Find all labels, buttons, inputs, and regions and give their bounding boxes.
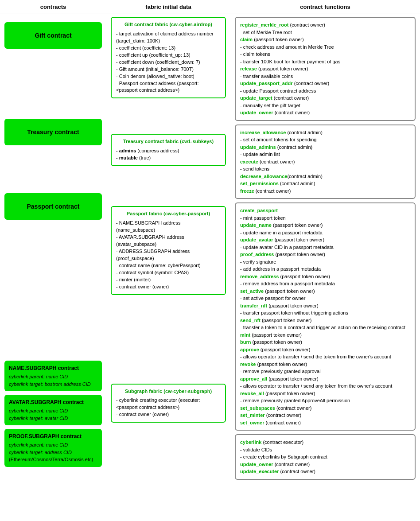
subgraph-fabric-box: Subgraph fabric (cw-cyber-subgraph) - cy… bbox=[111, 384, 226, 423]
treasury-fabric-item-2: - mutable (true) bbox=[116, 155, 221, 162]
treasury-fabric-item-1: - admins (congress address) bbox=[116, 148, 221, 155]
gift-fn-4-desc: - update Passport contract address bbox=[240, 87, 410, 95]
passport-fn-12-desc: - remove previously granted approval bbox=[240, 368, 410, 375]
name-subgraph-title: NAME.SUBGRAPH contract bbox=[9, 364, 97, 372]
proof-subgraph-title: PROOF.SUBGRAPH contract bbox=[9, 432, 97, 440]
passport-fn-12: revoke (passport token owner) bbox=[240, 361, 410, 368]
treasury-fabric-box: Treasury contract fabric (cw1-subkeys) -… bbox=[111, 134, 226, 166]
passport-fn-7-desc: - transfer passport token without trigge… bbox=[240, 309, 410, 317]
page-header: contracts fabric initial data contract f… bbox=[0, 0, 420, 13]
passport-fn-1-desc: - mint passport token bbox=[240, 214, 410, 222]
gift-fabric-item-2: - coefficient (coefficient: 13) bbox=[116, 45, 221, 52]
subgraph-fabric-item-1: - cyberlink creating executor (executer:… bbox=[116, 397, 221, 411]
subgraph-fn-1-desc2: - create cyberlinks by Subgraph contract bbox=[240, 453, 410, 461]
gift-fn-2-desc3: - transfer 100K boot for further payment… bbox=[240, 58, 410, 66]
col-header-functions: contract functions bbox=[230, 4, 420, 10]
functions-column: register_merkle_root (contract owner) - … bbox=[230, 13, 420, 487]
subgraph-spacer bbox=[4, 223, 102, 361]
avatar-subgraph-title: AVATAR.SUBGRAPH contract bbox=[9, 398, 97, 406]
treasury-fn-1: increase_allowance (contract admin) bbox=[240, 129, 410, 136]
passport-fabric-item-2: - AVATAR.SUBGRAPH address (avatar_subspa… bbox=[116, 234, 221, 248]
passport-fabric-item-5: - contract symbol (symbol: CPAS) bbox=[116, 269, 221, 276]
avatar-subgraph-parent: cyberlink parent: name CID bbox=[9, 407, 97, 415]
passport-contract-label: Passport contract bbox=[27, 203, 79, 210]
passport-fn-14-desc: - remove previously granted ApproveAll p… bbox=[240, 397, 410, 404]
passport-fn-6: set_active (passport token owner) bbox=[240, 288, 410, 295]
passport-fn-8-desc: - transfer a token to a contract and tri… bbox=[240, 324, 410, 331]
passport-fn-5: remove_address (passport token owner) bbox=[240, 273, 410, 280]
passport-fabric-title: Passport fabric (cw-cyber-passport) bbox=[116, 210, 221, 218]
passport-fn-15: set_subspaces (contract owner) bbox=[240, 404, 410, 412]
name-subgraph-parent: cyberlink parent: name CID bbox=[9, 373, 97, 381]
main-content: Gift contract Treasury contract Passport… bbox=[0, 13, 420, 487]
passport-fn-4-desc2: - add address in a passport metadata bbox=[240, 265, 410, 273]
col-header-contracts: contracts bbox=[0, 4, 106, 10]
gift-fabric-item-7: - Passport contract address (passport: <… bbox=[116, 80, 221, 94]
gift-fn-3: release (passport token owner) bbox=[240, 65, 410, 73]
subgraph-fabric-title: Subgraph fabric (cw-cyber-subgraph) bbox=[116, 388, 221, 395]
passport-fn-2-desc: - update name in a passport metadata bbox=[240, 229, 410, 237]
treasury-fn-6: freeze (contract owner) bbox=[240, 187, 410, 195]
gift-fabric-item-3: - coefficient up (coefficient_up: 13) bbox=[116, 52, 221, 59]
passport-functions-box: create_passport - mint passport token up… bbox=[235, 202, 416, 431]
passport-fabric-item-7: - contract owner (owner) bbox=[116, 284, 221, 291]
treasury-fn-3-desc: - send tokens bbox=[240, 165, 410, 173]
passport-fabric-item-1: - NAME.SUBGRAPH address (name_subspace) bbox=[116, 220, 221, 234]
passport-fn-9: mint (passport token owner) bbox=[240, 331, 410, 339]
proof-subgraph-note: (Ethereum/Cosmos/Terra/Osmosis etc) bbox=[9, 456, 97, 463]
name-subgraph-target: cyberlink target: bostrom address CID bbox=[9, 381, 97, 388]
passport-fabric-item-4: - contract name (name: cyberPassport) bbox=[116, 262, 221, 269]
gift-functions-box: register_merkle_root (contract owner) - … bbox=[235, 17, 416, 121]
gift-contract-box: Gift contract bbox=[4, 22, 102, 49]
passport-fn-10: burn (passport token owner) bbox=[240, 338, 410, 346]
gift-fabric-item-5: - Gift amount (initial_balance: 700T) bbox=[116, 66, 221, 73]
subgraph-fn-2: update_owner (contract owner) bbox=[240, 461, 410, 468]
gift-fabric-item-4: - coefficient down (coefficient_down: 7) bbox=[116, 59, 221, 66]
passport-fn-13-desc: - allows operator to transfer / send any… bbox=[240, 382, 410, 390]
name-subgraph-box: NAME.SUBGRAPH contract cyberlink parent:… bbox=[4, 361, 102, 391]
gift-fn-3-desc: - transfer available coins bbox=[240, 73, 410, 80]
gift-fn-2-desc: - check address and amount in Merkle Tre… bbox=[240, 43, 410, 51]
treasury-fn-2-desc: - update admin list bbox=[240, 151, 410, 158]
gift-fn-5-desc: - manually set the gift target bbox=[240, 102, 410, 109]
col-header-fabric: fabric initial data bbox=[106, 4, 230, 10]
gift-contract-spacer bbox=[4, 17, 102, 22]
passport-fabric-item-3: - ADDRESS.SUBGRAPH address (proof_subspa… bbox=[116, 248, 221, 262]
gift-contract-label: Gift contract bbox=[35, 32, 71, 39]
passport-fn-6-desc: - set active passport for owner bbox=[240, 295, 410, 302]
passport-fn-1: create_passport bbox=[240, 207, 410, 214]
avatar-subgraph-target: cyberlink target: avatar CID bbox=[9, 415, 97, 422]
gift-fn-5: update_target (contract owner) bbox=[240, 94, 410, 102]
subgraph-fabric-item-2: - contract owner (owner) bbox=[116, 411, 221, 418]
gift-fabric-box: Gift contract fabric (cw-cyber-airdrop) … bbox=[111, 17, 226, 98]
passport-fabric-item-6: - minter (minter) bbox=[116, 276, 221, 284]
gift-fabric-item-6: - Coin denom (allowed_native: boot) bbox=[116, 73, 221, 80]
treasury-fn-3: execute (contract owner) bbox=[240, 158, 410, 166]
treasury-functions-box: increase_allowance (contract admin) - se… bbox=[235, 124, 416, 199]
gift-fn-2-desc2: - claim tokens bbox=[240, 51, 410, 58]
gift-fn-2: claim (passport token owner) bbox=[240, 36, 410, 43]
passport-fn-4: proof_address (passport token owner) bbox=[240, 251, 410, 258]
passport-fn-16: set_minter (contract owner) bbox=[240, 412, 410, 419]
subgraph-fn-1: cyberlink (contract executor) bbox=[240, 439, 410, 446]
passport-fn-4-desc: - verify signature bbox=[240, 258, 410, 266]
passport-contract-box: Passport contract bbox=[4, 193, 102, 220]
gift-fn-1: register_merkle_root (contract owner) bbox=[240, 21, 410, 29]
treasury-fn-2: update_admins (contract admin) bbox=[240, 144, 410, 151]
treasury-contract-label: Treasury contract bbox=[27, 128, 79, 136]
gift-fn-1-desc: - set of Merkle Tree root bbox=[240, 29, 410, 36]
fabric-column: Gift contract fabric (cw-cyber-airdrop) … bbox=[106, 13, 230, 430]
subgraph-functions-box: cyberlink (contract executor) - validate… bbox=[235, 434, 416, 480]
passport-fn-3-desc: - update avatar CID in a passport metada… bbox=[240, 244, 410, 251]
avatar-subgraph-box: AVATAR.SUBGRAPH contract cyberlink paren… bbox=[4, 395, 102, 425]
passport-fn-11: approve (passport token owner) bbox=[240, 346, 410, 354]
proof-subgraph-target: cyberlink target: address CID bbox=[9, 449, 97, 456]
subgraph-fn-3: update_executer (contract owner) bbox=[240, 468, 410, 475]
gift-fn-4: update_passport_addr (contract owner) bbox=[240, 80, 410, 87]
treasury-fabric-title: Treasury contract fabric (cw1-subkeys) bbox=[116, 138, 221, 145]
proof-subgraph-parent: cyberlink parent: name CID bbox=[9, 441, 97, 449]
contracts-column: Gift contract Treasury contract Passport… bbox=[0, 13, 106, 474]
passport-fn-3: update_avatar (passport token owner) bbox=[240, 236, 410, 244]
proof-subgraph-box: PROOF.SUBGRAPH contract cyberlink parent… bbox=[4, 429, 102, 467]
gift-fn-6: update_owner (contract owner) bbox=[240, 109, 410, 117]
